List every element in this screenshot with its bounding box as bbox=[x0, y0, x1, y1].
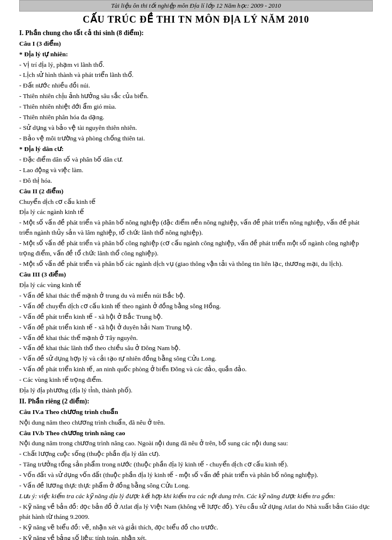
section-1-title: I. Phần chung cho tất cả thi sinh (8 điể… bbox=[19, 28, 373, 38]
item-ky-nang-bang-so-lieu: - Kỹ năng về bảng số liệu: tính toán, nh… bbox=[19, 533, 373, 540]
page: Tài liệu ôn thi tốt nghiệp môn Địa lí lớ… bbox=[0, 0, 392, 540]
item-ky-nang-bieu-do: - Kỹ năng vẽ biểu đồ: vẽ, nhận xét và gi… bbox=[19, 523, 373, 533]
item-lao-dong: - Lao động và việc làm. bbox=[19, 165, 373, 176]
cau-4b-header: Câu IV.b Theo chương trình nâng cao bbox=[19, 428, 373, 439]
item-dich-vu: - Một số vấn đề phát triển và phân bố cá… bbox=[19, 259, 373, 269]
item-bao-ve: - Bảo vệ môi trường và phòng chống thiên… bbox=[19, 134, 373, 144]
dia-ly-dan-cu-header: * Địa lý dân cư: bbox=[19, 144, 373, 154]
cau-4a-content: Nội dung năm theo chương trình chuẩn, đã… bbox=[19, 418, 373, 428]
cau-2-header: Câu II (2 điểm) bbox=[19, 187, 373, 197]
cau-1-header: Câu I (3 điểm) bbox=[19, 39, 373, 49]
dia-ly-tu-nhien-header: * Địa lý tự nhiên: bbox=[19, 50, 373, 60]
item-song-hong: - Vấn đề chuyển dịch cơ cấu kinh tế theo… bbox=[19, 301, 373, 312]
item-luong-thuc: - Vấn đề lương thực thực phẩm ở đồng bằn… bbox=[19, 481, 373, 491]
item-thien-nhien-2: - Thiên nhiên nhiệt đới ẩm gió mùa. bbox=[19, 102, 373, 112]
item-nong-nghiep: - Một số vấn đề phát triển và phân bố nô… bbox=[19, 218, 373, 238]
cau-3-header: Câu III (3 điểm) bbox=[19, 270, 373, 280]
item-thien-nhien-1: - Thiên nhiên chịu ảnh hưởng sâu sắc của… bbox=[19, 91, 373, 101]
item-bac-trung-bo: - Vấn đề phát triển kinh tế - xã hội ở B… bbox=[19, 312, 373, 322]
dia-ly-nganh: Địa lý các ngành kinh tế bbox=[19, 207, 373, 217]
item-thien-nhien-3: - Thiên nhiên phân hóa đa dạng. bbox=[19, 113, 373, 123]
item-tay-nguyen: - Vấn đề khai thác thế mạnh ở Tây nguyên… bbox=[19, 333, 373, 343]
item-do-thi: - Đô thị hóa. bbox=[19, 176, 373, 186]
item-dia-phuong: Địa lý địa phương (địa lý tỉnh, thành ph… bbox=[19, 386, 373, 396]
item-dong-nam-bo: - Vấn đề khai thác lãnh thổ theo chiều s… bbox=[19, 343, 373, 353]
item-dac-diem-dan-so: - Đặc điểm dân số và phân bố dân cư. bbox=[19, 155, 373, 165]
header-banner: Tài liệu ôn thi tốt nghiệp môn Địa lí lớ… bbox=[19, 0, 373, 12]
item-lich-su: - Lịch sử hình thành và phát triển lãnh … bbox=[19, 70, 373, 80]
cau-4a-header: Câu IV.a Theo chương trình chuẩn bbox=[19, 407, 373, 417]
item-bac-bo: - Vấn đề khai thác thế mạnh ở trung du v… bbox=[19, 291, 373, 301]
luu-y: Lưu ý: việc kiểm tra các kỹ năng địa lý … bbox=[19, 491, 373, 502]
item-vung-kttd: - Các vùng kinh tế trọng điểm. bbox=[19, 375, 373, 385]
item-ky-nang-ban-do: - Kỹ năng về bản đồ: đọc bản đồ ở Atlat … bbox=[19, 502, 373, 522]
item-cuu-long: - Vấn đề sử dụng hợp lý và cải tạo tự nh… bbox=[19, 354, 373, 364]
item-dat-nuoc: - Đất nước nhiều đồi núi. bbox=[19, 81, 373, 91]
item-bien-dong: - Vấn đề phát triển kinh tế, an ninh quố… bbox=[19, 364, 373, 375]
chuyen-dich: Chuyển dịch cơ cấu kinh tế bbox=[19, 197, 373, 207]
section-2-title: II. Phần riêng (2 điểm): bbox=[19, 396, 373, 407]
item-tang-truong: - Tăng trưởng tổng sản phẩm trong nước (… bbox=[19, 460, 373, 470]
item-su-dung: - Sử dụng và bảo vệ tài nguyên thiên nhi… bbox=[19, 123, 373, 133]
item-von-dat: - Vốn đất và sử dụng vốn đất (thuộc phần… bbox=[19, 470, 373, 480]
item-nam-trung-bo: - Vấn đề phát triển kinh tế - xã hội ở d… bbox=[19, 323, 373, 333]
main-title: CẤU TRÚC ĐỀ THI TN MÔN ĐỊA LÝ NĂM 2010 bbox=[19, 13, 373, 25]
section-2: II. Phần riêng (2 điểm): Câu IV.a Theo c… bbox=[19, 396, 373, 540]
item-cong-nghiep: - Một số vấn đề phát triển và phân bố cô… bbox=[19, 239, 373, 259]
item-chat-luong: - Chất lượng cuộc sống (thuộc phần địa l… bbox=[19, 449, 373, 459]
section-1: I. Phần chung cho tất cả thi sinh (8 điể… bbox=[19, 28, 373, 396]
item-vi-tri: - Vị trí địa lý, phạm vi lãnh thổ. bbox=[19, 60, 373, 70]
cau-4b-content: Nội dung năm trong chương trình nâng cao… bbox=[19, 439, 373, 449]
dia-ly-vung: Địa lý các vùng kinh tế bbox=[19, 280, 373, 290]
header-text: Tài liệu ôn thi tốt nghiệp môn Địa lí lớ… bbox=[111, 2, 281, 9]
